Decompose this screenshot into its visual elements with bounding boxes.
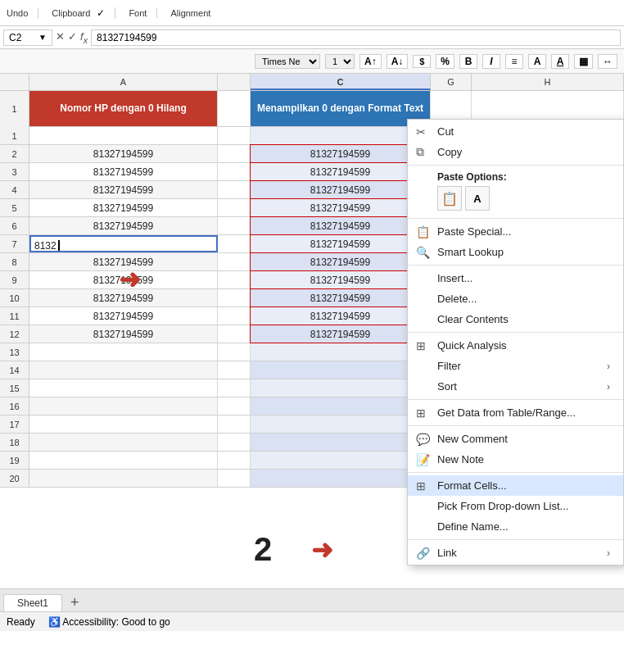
cell-a-2[interactable]: 81327194599 (29, 145, 218, 162)
cell-a-18[interactable] (29, 434, 218, 451)
cell-b-1[interactable] (218, 127, 251, 144)
insert-function-icon[interactable]: fx (80, 30, 88, 45)
cell-b-20[interactable] (218, 470, 251, 487)
cell-c-2[interactable]: 81327194599 (251, 145, 431, 162)
cell-a-3[interactable]: 81327194599 (29, 163, 218, 180)
cell-a-1[interactable] (29, 127, 218, 144)
cell-b-14[interactable] (218, 361, 251, 379)
confirm-formula-icon[interactable]: ✓ (68, 30, 77, 45)
format-cells-menu-item[interactable]: ⊞ Format Cells... (408, 475, 623, 496)
cancel-formula-icon[interactable]: ✕ (56, 30, 65, 45)
cell-a-11[interactable]: 81327194599 (29, 307, 218, 325)
cell-b-11[interactable] (218, 307, 251, 325)
cell-a-7[interactable]: 8132 (29, 235, 218, 252)
cell-a-9[interactable]: 81327194599 (29, 271, 218, 288)
cell-c-20[interactable] (251, 470, 431, 487)
cell-b-10[interactable] (218, 289, 251, 306)
increase-font-button[interactable]: A↑ (359, 54, 382, 69)
align-button[interactable]: ≡ (505, 54, 523, 69)
undo-label[interactable]: Undo (7, 8, 28, 18)
get-data-menu-item[interactable]: ⊞ Get Data from Table/Range... (408, 402, 623, 423)
cell-b-15[interactable] (218, 379, 251, 397)
smart-lookup-menu-item[interactable]: 🔍 Smart Lookup (408, 242, 623, 262)
cell-b-7[interactable] (218, 235, 251, 252)
cell-a-17[interactable] (29, 415, 218, 433)
dropdown-icon[interactable]: ▼ (38, 33, 47, 42)
cell-c-3[interactable]: 81327194599 (251, 163, 431, 180)
cut-menu-item[interactable]: ✂ Cut (408, 121, 623, 142)
define-name-menu-item[interactable]: Define Name... (408, 516, 623, 537)
copy-menu-item[interactable]: ⧉ Copy (408, 142, 623, 162)
cell-a-5[interactable]: 81327194599 (29, 199, 218, 216)
cell-b-8[interactable] (218, 253, 251, 270)
font-size-select[interactable]: 12 (325, 54, 355, 69)
cell-a-14[interactable] (29, 361, 218, 379)
cell-b-5[interactable] (218, 199, 251, 216)
pick-dropdown-menu-item[interactable]: Pick From Drop-down List... (408, 496, 623, 516)
delete-menu-item[interactable]: Delete... (408, 288, 623, 309)
cell-b-19[interactable] (218, 452, 251, 469)
cell-a-6[interactable]: 81327194599 (29, 217, 218, 234)
percent-button[interactable]: % (436, 54, 454, 69)
cell-b-4[interactable] (218, 181, 251, 198)
cell-b-9[interactable] (218, 271, 251, 288)
cell-c-17[interactable] (251, 415, 431, 433)
cell-b-16[interactable] (218, 397, 251, 415)
cell-c-8[interactable]: 81327194599 (251, 253, 431, 270)
cell-a-8[interactable]: 81327194599 (29, 253, 218, 270)
cell-c-12[interactable]: 81327194599 (251, 325, 431, 343)
cell-a-4[interactable]: 81327194599 (29, 181, 218, 198)
cell-b-13[interactable] (218, 343, 251, 361)
cell-b-3[interactable] (218, 163, 251, 180)
cell-c-18[interactable] (251, 434, 431, 451)
paste-icon-btn-1[interactable]: 📋 (437, 186, 462, 211)
filter-menu-item[interactable]: Filter › (408, 356, 623, 376)
cell-c-15[interactable] (251, 379, 431, 397)
cell-c-6[interactable]: 81327194599 (251, 217, 431, 234)
cell-a-12[interactable]: 81327194599 (29, 325, 218, 343)
italic-button[interactable]: I (482, 54, 500, 69)
cell-b-17[interactable] (218, 415, 251, 433)
font-color-button[interactable]: A (551, 54, 569, 69)
col-d-header[interactable]: G (431, 74, 472, 90)
col-a-header[interactable]: A (29, 74, 218, 90)
align-right-button[interactable]: ↔ (598, 54, 617, 69)
cell-b-18[interactable] (218, 434, 251, 451)
paste-special-menu-item[interactable]: 📋 Paste Special... (408, 221, 623, 242)
cell-c-4[interactable]: 81327194599 (251, 181, 431, 198)
cell-c-11[interactable]: 81327194599 (251, 307, 431, 325)
cell-a-13[interactable] (29, 343, 218, 361)
cell-c-14[interactable] (251, 361, 431, 379)
cell-b-6[interactable] (218, 217, 251, 234)
paste-icon-btn-2[interactable]: A (465, 186, 490, 211)
sheet1-tab[interactable]: Sheet1 (3, 594, 62, 611)
fill-color-button[interactable]: A (528, 54, 546, 69)
sort-menu-item[interactable]: Sort › (408, 376, 623, 397)
dollar-button[interactable]: $ (413, 55, 431, 68)
cell-c-10[interactable]: 81327194599 (251, 289, 431, 306)
new-note-menu-item[interactable]: 📝 New Note (408, 449, 623, 470)
new-comment-menu-item[interactable]: 💬 New Comment (408, 429, 623, 449)
cell-c-19[interactable] (251, 452, 431, 469)
cell-a-16[interactable] (29, 397, 218, 415)
clear-contents-menu-item[interactable]: Clear Contents (408, 309, 623, 329)
cell-c-7[interactable]: 81327194599 (251, 235, 431, 252)
border-button[interactable]: ▦ (574, 54, 593, 69)
cell-c-13[interactable] (251, 343, 431, 361)
cell-c-5[interactable]: 81327194599 (251, 199, 431, 216)
insert-menu-item[interactable]: Insert... (408, 268, 623, 288)
link-menu-item[interactable]: 🔗 Link › (408, 543, 623, 563)
formula-input[interactable] (91, 30, 621, 46)
bold-button[interactable]: B (459, 54, 477, 69)
cell-a-19[interactable] (29, 452, 218, 469)
cell-reference-box[interactable]: C2 ▼ (3, 30, 52, 46)
font-name-select[interactable]: Times Ne (255, 54, 320, 69)
cell-b-2[interactable] (218, 145, 251, 162)
add-sheet-button[interactable]: + (64, 594, 86, 611)
quick-analysis-menu-item[interactable]: ⊞ Quick Analysis (408, 335, 623, 356)
cell-c-1[interactable] (251, 127, 431, 144)
cell-a-10[interactable]: 81327194599 (29, 289, 218, 306)
cell-a-15[interactable] (29, 379, 218, 397)
col-b-header[interactable] (218, 74, 251, 90)
col-e-header[interactable]: H (472, 74, 624, 90)
